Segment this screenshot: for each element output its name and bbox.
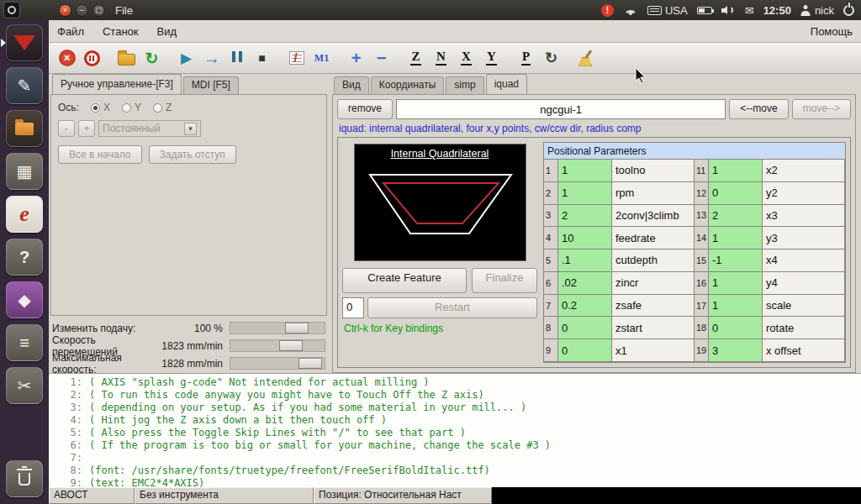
view-rotated-top-button[interactable]: N — [430, 46, 452, 70]
clear-plot-button[interactable] — [574, 46, 597, 70]
launcher-screenshot[interactable]: ✂ — [6, 367, 43, 404]
jog-speed-slider[interactable] — [230, 339, 325, 352]
mail-icon[interactable] — [745, 4, 754, 17]
gcode-line[interactable]: 4:( Hint jog the Z axis down a bit then … — [49, 414, 861, 427]
gcode-line[interactable]: 8:(font: /usr/share/fonts/truetype/freef… — [49, 465, 861, 477]
finalize-button[interactable]: Finalize — [472, 268, 537, 293]
tab-iquad[interactable]: iquad — [486, 74, 527, 94]
axis-z-radio[interactable]: Z — [153, 102, 172, 113]
tab-dro[interactable]: Координаты — [371, 76, 445, 94]
param-value-input[interactable]: 1 — [558, 182, 612, 205]
reload-button[interactable]: ↻ — [140, 46, 163, 70]
max-speed-handle[interactable] — [298, 358, 322, 369]
jog-speed-handle[interactable] — [279, 340, 303, 351]
zoom-in-button[interactable]: + — [345, 46, 367, 70]
feed-override-handle[interactable] — [285, 323, 309, 333]
view-front-button[interactable]: Y — [480, 46, 503, 70]
restart-line-input[interactable]: 0 — [342, 297, 364, 318]
gcode-line[interactable]: 6:( If the program is too big or small f… — [49, 439, 861, 452]
launcher-e-app[interactable]: e — [6, 196, 43, 233]
axis-y-radio[interactable]: Y — [122, 102, 141, 113]
launcher-notes[interactable]: ≡ — [6, 324, 43, 361]
launcher-file-manager[interactable] — [6, 110, 43, 147]
battery-icon[interactable] — [697, 7, 712, 14]
tab-preview[interactable]: Вид — [334, 76, 369, 94]
menu-file[interactable]: Файл — [57, 25, 84, 38]
param-value-input[interactable]: 1 — [709, 295, 763, 318]
home-all-button[interactable]: Все в начало — [58, 145, 142, 164]
param-value-input[interactable]: 1 — [709, 227, 763, 249]
open-file-button[interactable] — [115, 46, 138, 70]
keyboard-indicator[interactable]: USA — [647, 4, 688, 17]
menu-view[interactable]: Вид — [157, 25, 177, 38]
param-value-input[interactable]: -1 — [709, 249, 763, 272]
gcode-line[interactable]: 5:( Also press the Toggle Skip Lines wit… — [49, 427, 861, 439]
gcode-line[interactable]: 7: — [49, 452, 861, 465]
launcher-calculator[interactable]: ▦ — [6, 153, 43, 190]
jog-plus-button[interactable]: + — [78, 120, 95, 137]
move-right-button[interactable]: move--> — [792, 99, 851, 119]
param-value-input[interactable]: 1 — [709, 160, 763, 182]
window-minimize-button[interactable]: – — [76, 4, 88, 17]
launcher-trash[interactable] — [6, 460, 43, 497]
zoom-out-button[interactable]: − — [370, 46, 393, 70]
run-button[interactable]: ▶ — [175, 46, 198, 70]
jog-minus-button[interactable]: - — [58, 120, 75, 137]
user-menu[interactable]: nick — [800, 4, 834, 17]
window-maximize-button[interactable]: ▢ — [92, 4, 105, 17]
max-speed-slider[interactable] — [230, 357, 325, 370]
tab-manual-control[interactable]: Ручное управление-[F3] — [52, 74, 182, 94]
gcode-line[interactable]: 9:(text: EMC2*4*AXIS) — [49, 477, 861, 487]
ngcgui-name-input[interactable] — [396, 99, 726, 119]
gcode-line[interactable]: 3:( depending on your setup. As if you h… — [49, 402, 861, 414]
param-value-input[interactable]: 2 — [709, 205, 763, 228]
param-value-input[interactable]: 2 — [558, 205, 612, 228]
view-perspective-button[interactable]: P — [515, 46, 537, 70]
launcher-software-center[interactable]: ◆ — [6, 281, 43, 318]
param-value-input[interactable]: 0.2 — [558, 295, 612, 318]
gcode-listing[interactable]: 1:( AXIS "splash g-code" Not intended fo… — [49, 373, 861, 487]
machine-power-button[interactable] — [81, 46, 103, 70]
launcher-axis-app[interactable] — [6, 24, 43, 61]
param-value-input[interactable]: 3 — [709, 339, 763, 362]
step-button[interactable]: → — [200, 46, 223, 70]
toggle-skip-lines-button[interactable] — [285, 46, 308, 70]
tab-simp[interactable]: simp — [446, 76, 483, 94]
window-close-button[interactable]: × — [59, 4, 71, 17]
distro-logo-icon[interactable] — [3, 2, 20, 18]
touch-off-button[interactable]: Задать отступ — [149, 145, 236, 164]
menu-help[interactable]: Помощь — [811, 25, 853, 38]
clock-label[interactable]: 12:50 — [763, 4, 791, 17]
rotate-view-button[interactable]: ↻ — [540, 46, 563, 70]
power-icon[interactable] — [843, 5, 854, 16]
menu-machine[interactable]: Станок — [103, 25, 139, 38]
param-value-input[interactable]: 10 — [558, 227, 612, 249]
global-menu-file[interactable]: File — [115, 4, 133, 17]
param-value-input[interactable]: 0 — [709, 182, 763, 205]
volume-icon[interactable] — [721, 5, 736, 16]
gcode-line[interactable]: 2:( To run this code anyway you might ha… — [49, 389, 861, 402]
create-feature-button[interactable]: Create Feature — [342, 268, 467, 293]
param-value-input[interactable]: 1 — [709, 272, 763, 295]
param-value-input[interactable]: 0 — [558, 339, 612, 362]
wifi-icon[interactable] — [623, 4, 638, 16]
tab-mdi[interactable]: MDI [F5] — [183, 76, 239, 94]
gcode-line[interactable]: 1:( AXIS "splash g-code" Not intended fo… — [49, 376, 861, 389]
param-value-input[interactable]: .1 — [558, 249, 612, 272]
param-value-input[interactable]: .02 — [558, 272, 612, 295]
pause-button[interactable] — [225, 46, 248, 70]
jog-mode-dropdown[interactable]: Постоянный — [98, 120, 201, 137]
param-value-input[interactable]: 0 — [558, 317, 612, 339]
estop-button[interactable]: × — [55, 46, 78, 70]
optional-stop-button[interactable]: M1 — [310, 46, 333, 70]
feed-override-slider[interactable] — [230, 322, 325, 334]
launcher-help[interactable]: ? — [6, 239, 43, 276]
stop-button[interactable]: ■ — [251, 46, 273, 70]
param-value-input[interactable]: 1 — [558, 160, 612, 182]
update-alert-icon[interactable]: ! — [601, 4, 614, 17]
move-left-button[interactable]: <--move — [729, 99, 788, 119]
param-value-input[interactable]: 0 — [709, 317, 763, 339]
launcher-text-editor[interactable]: ✎ — [6, 67, 43, 104]
axis-x-radio[interactable]: X — [91, 102, 110, 113]
view-top-button[interactable]: Z — [404, 46, 427, 70]
